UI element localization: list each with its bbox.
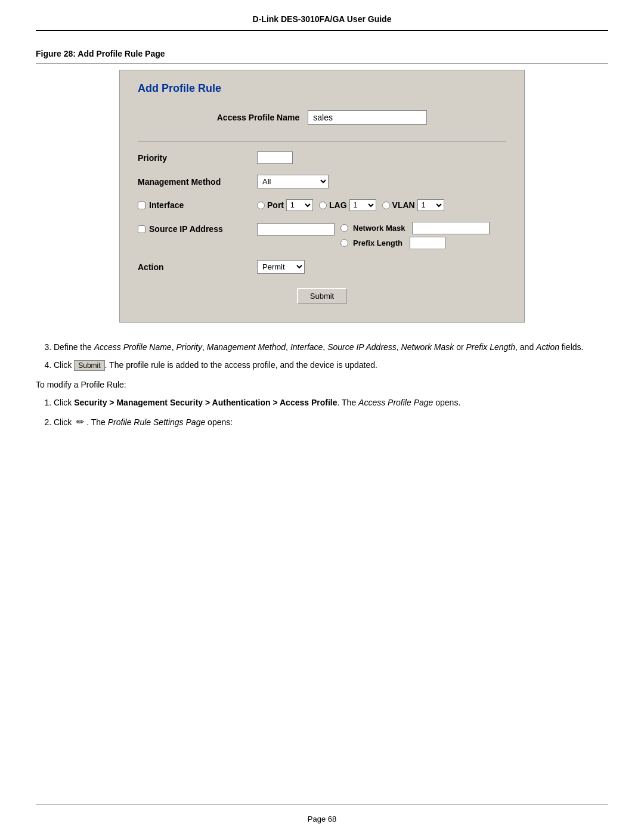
instruction-step3: Define the Access Profile Name, Priority… [54, 340, 608, 354]
vlan-radio-group: VLAN 12 [382, 199, 444, 211]
port-select[interactable]: 123 [286, 199, 313, 211]
page-header: D-Link DES-3010FA/GA User Guide [36, 0, 608, 31]
instruction-step4: Click Submit. The profile rule is added … [54, 358, 608, 371]
figure-caption: Figure 28: Add Profile Rule Page [36, 49, 608, 64]
vlan-select[interactable]: 12 [417, 199, 444, 211]
port-radio-group: Port 123 [257, 199, 313, 211]
page-footer: Page 68 [36, 804, 608, 833]
access-profile-name-label: Access Profile Name [217, 113, 300, 122]
page-number: Page 68 [308, 815, 336, 823]
priority-row: Priority [138, 149, 506, 166]
action-label: Action [138, 262, 257, 272]
lag-label: LAG [329, 200, 347, 210]
instructions: Define the Access Profile Name, Priority… [36, 340, 608, 429]
source-ip-input[interactable] [257, 223, 335, 236]
prefix-length-input[interactable] [410, 237, 445, 249]
modify-step2: Click ✏. The Profile Rule Settings Page … [54, 414, 608, 430]
add-profile-rule-form: Add Profile Rule Access Profile Name Pri… [119, 70, 525, 323]
port-label: Port [267, 200, 284, 210]
priority-label: Priority [138, 153, 257, 163]
management-method-select[interactable]: All Telnet SSH HTTP HTTPS SNMP [257, 175, 329, 188]
interface-checkbox-label[interactable]: Interface [138, 200, 257, 210]
network-mask-input[interactable] [412, 222, 490, 234]
lag-radio-group: LAG 12 [319, 199, 376, 211]
modify-intro: To modify a Profile Rule: [36, 378, 608, 391]
lag-select[interactable]: 12 [349, 199, 376, 211]
lag-radio[interactable] [319, 202, 327, 209]
divider [138, 141, 506, 142]
management-method-label: Management Method [138, 177, 257, 187]
vlan-radio[interactable] [382, 202, 390, 209]
interface-checkbox[interactable] [138, 202, 145, 209]
submit-row: Submit [138, 288, 506, 304]
vlan-label: VLAN [392, 200, 415, 210]
source-ip-label: Source IP Address [149, 224, 223, 234]
prefix-length-label: Prefix Length [353, 239, 402, 247]
access-profile-row: Access Profile Name [138, 106, 506, 129]
interface-row: Interface Port 123 LAG 12 [138, 197, 506, 213]
source-ip-checkbox[interactable] [138, 225, 145, 233]
network-mask-radio[interactable] [340, 224, 348, 232]
action-select[interactable]: Permit Deny [257, 260, 305, 274]
pencil-icon: ✏ [76, 414, 84, 430]
submit-button[interactable]: Submit [297, 288, 347, 304]
prefix-length-radio[interactable] [340, 239, 348, 247]
interface-controls: Port 123 LAG 12 VLAN [257, 199, 444, 211]
access-profile-name-input[interactable] [308, 110, 427, 125]
network-mask-row: Network Mask [340, 222, 490, 234]
network-mask-label: Network Mask [353, 224, 405, 233]
priority-input[interactable] [257, 151, 293, 164]
source-ip-row: Source IP Address Network Mask Prefix Le… [138, 219, 506, 252]
submit-inline-btn: Submit [74, 360, 104, 371]
source-ip-controls: Network Mask Prefix Length [340, 222, 490, 249]
interface-label: Interface [149, 200, 184, 210]
source-ip-checkbox-label[interactable]: Source IP Address [138, 224, 257, 234]
prefix-length-row: Prefix Length [340, 237, 490, 249]
action-row: Action Permit Deny [138, 258, 506, 276]
management-method-row: Management Method All Telnet SSH HTTP HT… [138, 172, 506, 191]
modify-step1: Click Security > Management Security > A… [54, 396, 608, 409]
header-title: D-Link DES-3010FA/GA User Guide [253, 14, 392, 24]
form-title: Add Profile Rule [138, 82, 506, 95]
port-radio[interactable] [257, 202, 265, 209]
source-ip-main: Network Mask Prefix Length [257, 222, 490, 249]
